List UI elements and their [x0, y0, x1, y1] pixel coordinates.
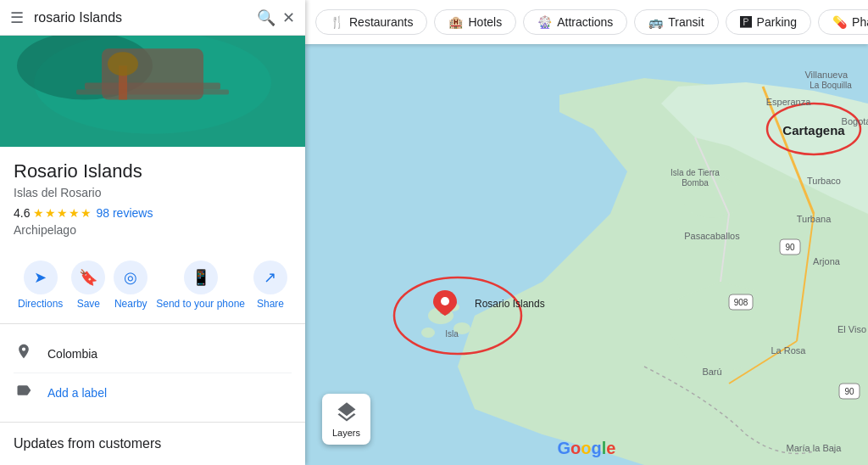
svg-text:Bomba: Bomba — [682, 178, 709, 188]
nearby-icon-circle: ◎ — [114, 261, 147, 294]
filter-chip-hotels[interactable]: 🏨 Hotels — [434, 9, 516, 35]
restaurants-icon: 🍴 — [330, 15, 344, 29]
share-button[interactable]: ↗ Share — [253, 261, 287, 310]
la-boquilla-label: La Boquilla — [810, 81, 852, 90]
rosario-islands-map-label: Rosario Islands — [475, 298, 545, 310]
arjona-label: Arjona — [813, 256, 841, 266]
filter-bar: 🍴 Restaurants 🏨 Hotels 🎡 Attractions 🚌 T… — [305, 0, 868, 44]
left-panel: ☰ rosario Islands 🔍 ✕ Rosario Islands Is… — [0, 0, 305, 465]
layers-button[interactable]: Layers — [322, 394, 370, 445]
country-text: Colombia — [47, 347, 97, 361]
esperanza-label: Esperanza — [766, 97, 811, 107]
location-pin-icon — [14, 343, 34, 364]
rating-number: 4.6 — [14, 206, 30, 220]
filter-chip-restaurants[interactable]: 🍴 Restaurants — [315, 9, 427, 35]
parking-icon: 🅿 — [740, 15, 752, 29]
hotels-icon: 🏨 — [448, 15, 463, 29]
isla-label: Isla — [445, 329, 459, 339]
filter-chip-attractions[interactable]: 🎡 Attractions — [523, 9, 627, 35]
add-label-text[interactable]: Add a label — [47, 386, 107, 400]
svg-text:90: 90 — [785, 243, 795, 252]
share-icon: ↗ — [264, 268, 276, 287]
hotels-label: Hotels — [468, 15, 502, 29]
action-buttons: ➤ Directions 🔖 Save ◎ Nearby 📱 Send to y… — [0, 254, 305, 324]
updates-section: Updates from customers — [0, 422, 305, 465]
map-canvas[interactable]: 90 908 90 Cartagena Esperanza La Boquill… — [305, 44, 868, 465]
updates-title: Updates from customers — [14, 436, 292, 451]
restaurants-label: Restaurants — [349, 15, 413, 29]
filter-chip-transit[interactable]: 🚌 Transit — [634, 9, 718, 35]
nearby-button[interactable]: ◎ Nearby — [114, 261, 147, 310]
share-icon-circle: ↗ — [253, 261, 287, 294]
nearby-label: Nearby — [114, 298, 147, 310]
save-button[interactable]: 🔖 Save — [71, 261, 105, 310]
cartagena-label: Cartagena — [782, 123, 845, 137]
send-to-phone-icon: 📱 — [192, 268, 210, 287]
search-icon[interactable]: 🔍 — [257, 8, 275, 27]
nearby-icon: ◎ — [124, 268, 137, 287]
turbaco-label: Turbaco — [807, 176, 841, 186]
directions-label: Directions — [18, 298, 63, 310]
turbana-label: Turbana — [797, 214, 832, 224]
svg-text:90: 90 — [844, 387, 854, 396]
place-info: Rosario Islands Islas del Rosario 4.6 ★★… — [0, 147, 305, 254]
place-subtitle: Islas del Rosario — [14, 186, 292, 199]
transit-label: Transit — [668, 15, 704, 29]
bogota-label: Bogotá — [842, 116, 868, 126]
search-input[interactable]: rosario Islands — [34, 10, 257, 25]
search-bar: ☰ rosario Islands 🔍 ✕ — [0, 0, 305, 36]
send-to-phone-icon-circle: 📱 — [184, 261, 218, 294]
pharmacies-label: Pharmacies — [852, 15, 868, 29]
directions-button[interactable]: ➤ Directions — [18, 261, 63, 310]
rating-row: 4.6 ★★★★★ 98 reviews — [14, 206, 292, 220]
villanueva-label: Villanueva — [804, 70, 848, 80]
country-info-item: Colombia — [14, 334, 292, 373]
directions-icon-circle: ➤ — [24, 261, 58, 294]
attractions-icon: 🎡 — [537, 15, 552, 29]
la-rosa-label: La Rosa — [771, 345, 807, 356]
filter-chip-pharmacies[interactable]: 💊 Pharmacies — [818, 9, 868, 35]
send-to-phone-button[interactable]: 📱 Send to your phone — [156, 261, 245, 310]
place-type: Archipelago — [14, 223, 292, 237]
layers-icon — [335, 401, 359, 424]
map-area: 🍴 Restaurants 🏨 Hotels 🎡 Attractions 🚌 T… — [305, 0, 868, 465]
label-icon — [14, 382, 34, 403]
maria-la-baja-label: María la Baja — [787, 443, 843, 453]
share-label: Share — [257, 298, 284, 310]
menu-icon[interactable]: ☰ — [10, 8, 24, 27]
attractions-label: Attractions — [557, 15, 613, 29]
svg-point-7 — [421, 328, 435, 338]
pasacaballos-label: Pasacaballos — [684, 231, 740, 241]
save-icon: 🔖 — [79, 268, 97, 287]
google-logo: Google — [558, 439, 616, 458]
svg-text:908: 908 — [734, 298, 748, 307]
el-viso-label: El Viso — [837, 324, 866, 334]
parking-label: Parking — [757, 15, 797, 29]
place-name: Rosario Islands — [14, 160, 292, 182]
reviews-link[interactable]: 98 reviews — [96, 206, 153, 220]
info-items: Colombia Add a label — [0, 324, 305, 422]
tierra-bomba-label: Isla de Tierra — [670, 168, 720, 177]
filter-chip-parking[interactable]: 🅿 Parking — [726, 9, 811, 35]
close-icon[interactable]: ✕ — [282, 8, 295, 27]
svg-point-24 — [441, 297, 449, 305]
add-label-item[interactable]: Add a label — [14, 373, 292, 412]
photo-overlay — [0, 36, 305, 147]
layers-label: Layers — [332, 428, 360, 438]
place-photo — [0, 36, 305, 147]
star-icons: ★★★★★ — [33, 206, 92, 220]
save-label: Save — [77, 298, 100, 310]
baru-label: Barú — [702, 367, 721, 377]
pharmacies-icon: 💊 — [832, 15, 847, 29]
directions-icon: ➤ — [34, 268, 47, 287]
save-icon-circle: 🔖 — [71, 261, 105, 294]
send-to-phone-label: Send to your phone — [156, 298, 245, 310]
transit-icon: 🚌 — [648, 15, 663, 29]
